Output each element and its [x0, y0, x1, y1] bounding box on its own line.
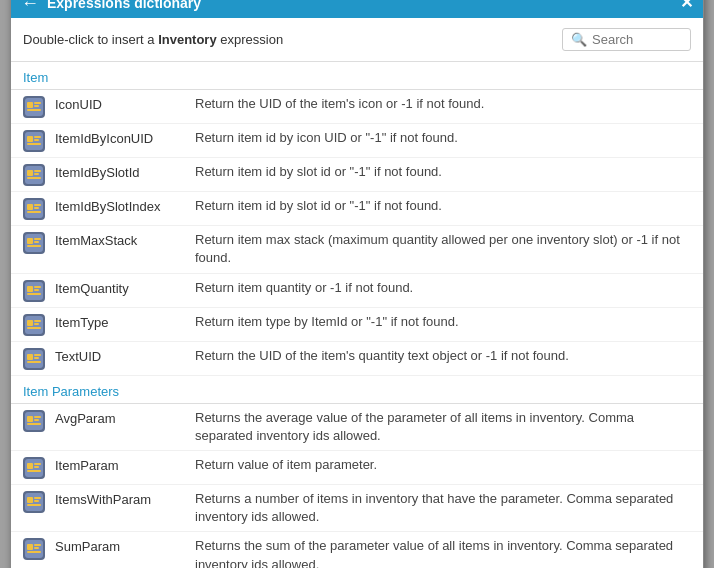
item-icon [23, 410, 45, 432]
item-icon [23, 96, 45, 118]
svg-rect-9 [27, 143, 41, 145]
svg-rect-21 [27, 211, 41, 213]
subtitle-bar: Double-click to insert a Inventory expre… [11, 18, 703, 62]
item-description: Returns the sum of the parameter value o… [195, 537, 691, 568]
table-row[interactable]: IconUIDReturn the UID of the item's icon… [11, 90, 703, 124]
item-name: AvgParam [55, 409, 185, 426]
item-name: ItemType [55, 313, 185, 330]
svg-rect-40 [34, 320, 41, 322]
svg-rect-56 [27, 463, 33, 469]
table-row[interactable]: ItemIdBySlotIdReturn item id by slot id … [11, 158, 703, 192]
item-description: Return the UID of the item's quantity te… [195, 347, 691, 365]
svg-rect-34 [34, 286, 41, 288]
table-row[interactable]: ItemMaxStackReturn item max stack (maxim… [11, 226, 703, 273]
section-header-item: Item [11, 62, 703, 90]
item-name: IconUID [55, 95, 185, 112]
table-row[interactable]: ItemIdBySlotIndexReturn item id by slot … [11, 192, 703, 226]
svg-rect-64 [34, 497, 41, 499]
table-row[interactable]: AvgParamReturns the average value of the… [11, 404, 703, 451]
svg-rect-26 [27, 238, 33, 244]
item-description: Return item max stack (maximum quantity … [195, 231, 691, 267]
svg-rect-63 [27, 504, 41, 506]
item-icon [23, 348, 45, 370]
dialog-title: Expressions dictionary [47, 0, 201, 11]
svg-rect-50 [27, 416, 33, 422]
item-icon [23, 130, 45, 152]
item-description: Returns a number of items in inventory t… [195, 490, 691, 526]
svg-rect-62 [27, 497, 33, 503]
svg-rect-32 [27, 286, 33, 292]
item-description: Return item id by icon UID or "-1" if no… [195, 129, 691, 147]
item-description: Return item id by slot id or "-1" if not… [195, 163, 691, 181]
table-row[interactable]: SumParamReturns the sum of the parameter… [11, 532, 703, 568]
section-header-item-parameters: Item Parameters [11, 376, 703, 404]
svg-rect-53 [34, 419, 39, 421]
svg-rect-2 [27, 102, 33, 108]
item-icon [23, 280, 45, 302]
svg-rect-47 [34, 357, 39, 359]
svg-rect-39 [27, 327, 41, 329]
item-description: Return item id by slot id or "-1" if not… [195, 197, 691, 215]
subtitle-prefix: Double-click to insert a [23, 32, 158, 47]
item-name: ItemIdBySlotId [55, 163, 185, 180]
svg-rect-57 [27, 470, 41, 472]
svg-rect-68 [27, 544, 33, 550]
search-box[interactable]: 🔍 [562, 28, 691, 51]
item-name: ItemMaxStack [55, 231, 185, 248]
svg-rect-14 [27, 170, 33, 176]
svg-rect-15 [27, 177, 41, 179]
svg-rect-33 [27, 293, 41, 295]
svg-rect-20 [27, 204, 33, 210]
svg-rect-58 [34, 463, 41, 465]
item-icon [23, 314, 45, 336]
svg-rect-51 [27, 423, 41, 425]
svg-rect-44 [27, 354, 33, 360]
search-input[interactable] [592, 32, 682, 47]
svg-rect-23 [34, 207, 39, 209]
item-name: ItemQuantity [55, 279, 185, 296]
item-icon [23, 232, 45, 254]
table-row[interactable]: ItemQuantityReturn item quantity or -1 i… [11, 274, 703, 308]
svg-rect-17 [34, 173, 39, 175]
svg-rect-59 [34, 466, 39, 468]
item-icon [23, 538, 45, 560]
svg-rect-4 [34, 102, 41, 104]
svg-rect-69 [27, 551, 41, 553]
content-area: Item IconUIDReturn the UID of the item's… [11, 62, 703, 568]
subtitle-suffix: expression [217, 32, 283, 47]
item-name: ItemIdBySlotIndex [55, 197, 185, 214]
svg-rect-70 [34, 544, 41, 546]
svg-rect-27 [27, 245, 41, 247]
table-row[interactable]: ItemTypeReturn item type by ItemId or "-… [11, 308, 703, 342]
item-name: TextUID [55, 347, 185, 364]
svg-rect-46 [34, 354, 41, 356]
close-button[interactable]: ✕ [680, 0, 693, 11]
svg-rect-10 [34, 136, 41, 138]
svg-rect-8 [27, 136, 33, 142]
item-name: ItemIdByIconUID [55, 129, 185, 146]
back-button[interactable]: ← [21, 0, 39, 12]
title-bar-left: ← Expressions dictionary [21, 0, 201, 12]
subtitle-keyword: Inventory [158, 32, 217, 47]
table-row[interactable]: ItemParamReturn value of item parameter. [11, 451, 703, 485]
svg-rect-16 [34, 170, 41, 172]
table-row[interactable]: ItemsWithParamReturns a number of items … [11, 485, 703, 532]
svg-rect-3 [27, 109, 41, 111]
svg-rect-65 [34, 500, 39, 502]
svg-rect-29 [34, 241, 39, 243]
svg-rect-5 [34, 105, 39, 107]
item-name: ItemParam [55, 456, 185, 473]
svg-rect-45 [27, 361, 41, 363]
item-description: Returns the average value of the paramet… [195, 409, 691, 445]
table-row[interactable]: ItemIdByIconUIDReturn item id by icon UI… [11, 124, 703, 158]
table-row[interactable]: TextUIDReturn the UID of the item's quan… [11, 342, 703, 376]
item-icon [23, 491, 45, 513]
item-icon [23, 457, 45, 479]
svg-rect-71 [34, 547, 39, 549]
item-description: Return value of item parameter. [195, 456, 691, 474]
subtitle-text: Double-click to insert a Inventory expre… [23, 32, 283, 47]
item-description: Return item quantity or -1 if not found. [195, 279, 691, 297]
item-name: SumParam [55, 537, 185, 554]
expressions-dictionary-dialog: ← Expressions dictionary ✕ Double-click … [10, 0, 704, 568]
item-icon [23, 164, 45, 186]
